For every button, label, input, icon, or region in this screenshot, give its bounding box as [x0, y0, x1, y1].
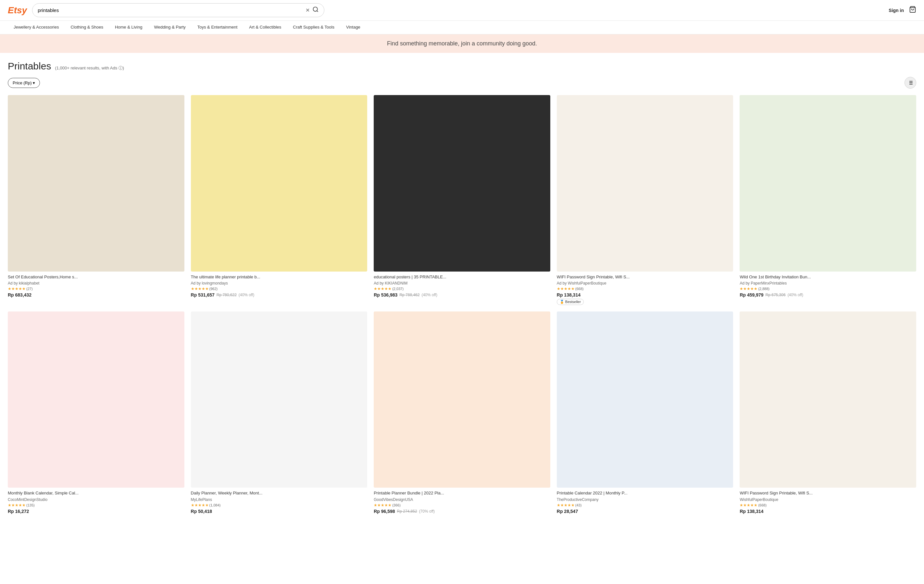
price-row: Rp 459,979Rp 675,306(40% off) [739, 292, 916, 298]
review-count: (668) [575, 287, 584, 291]
price: Rp 138,314 [557, 292, 581, 298]
product-image [191, 311, 368, 488]
main-content: Printables (1,000+ relevant results, wit… [0, 53, 924, 522]
product-shop: Ad by WishfulPaperBoutique [557, 281, 733, 286]
product-card[interactable]: WIFI Password Sign Printable, Wifi S...W… [739, 311, 916, 514]
product-card[interactable]: educational posters | 35 PRINTABLE...Ad … [374, 95, 550, 305]
product-title: Set Of Educational Posters,Home s... [8, 274, 185, 280]
star-icons: ★★★★★ [8, 286, 26, 291]
product-shop: WishfulPaperBoutique [739, 497, 916, 502]
price-row: Rp 50,418 [191, 509, 368, 514]
price-original: Rp 780,622 [216, 293, 237, 297]
filter-row: Price (Rp) ▾ [8, 77, 916, 89]
price-row: Rp 96,598Rp 274,852(70% off) [374, 509, 550, 514]
product-image [191, 95, 368, 271]
price-row: Rp 138,314 [557, 292, 733, 298]
price-row: Rp 138,314 [739, 509, 916, 514]
cart-icon[interactable] [909, 6, 916, 15]
product-stars: ★★★★★(27) [8, 286, 185, 291]
bestseller-badge: 🏅 Bestseller [557, 299, 584, 305]
price: Rp 138,314 [739, 509, 763, 514]
price: Rp 459,979 [739, 292, 763, 298]
product-grid: Set Of Educational Posters,Home s...Ad b… [8, 95, 916, 514]
product-stars: ★★★★★(366) [374, 503, 550, 507]
nav-clothing[interactable]: Clothing & Shoes [64, 21, 109, 34]
product-stars: ★★★★★(2,888) [739, 286, 916, 291]
banner-text: Find something memorable, join a communi… [387, 40, 537, 47]
price: Rp 96,598 [374, 509, 395, 514]
product-shop: Ad by PaperMinxPrintables [739, 281, 916, 286]
nav-vintage[interactable]: Vintage [340, 21, 366, 34]
product-title: Monthly Blank Calendar, Simple Cal... [8, 490, 185, 496]
sign-in-button[interactable]: Sign in [889, 8, 904, 13]
discount-label: (70% off) [419, 509, 435, 513]
product-card[interactable]: Monthly Blank Calendar, Simple Cal...Coc… [8, 311, 185, 514]
star-icons: ★★★★★ [739, 503, 757, 507]
price-row: Rp 683,432 [8, 292, 185, 298]
product-shop: TheProductiveCompany [557, 497, 733, 502]
product-title: educational posters | 35 PRINTABLE... [374, 274, 550, 280]
product-image [8, 311, 185, 488]
product-shop: GoodVibesDesignUSA [374, 497, 550, 502]
price-original: Rp 274,852 [397, 509, 417, 513]
price-original: Rp 788,462 [399, 293, 419, 297]
star-icons: ★★★★★ [374, 503, 391, 507]
discount-label: (40% off) [788, 293, 803, 297]
price: Rp 536,983 [374, 292, 398, 298]
discount-label: (40% off) [421, 293, 437, 297]
search-submit-icon[interactable] [312, 6, 319, 14]
product-shop: CocoMintDesignStudio [8, 497, 185, 502]
product-shop: Ad by lovingmondays [191, 281, 368, 286]
review-count: (1,084) [210, 503, 221, 507]
search-bar: ✕ [32, 3, 324, 17]
badge-row: 🏅 Bestseller [557, 299, 733, 305]
product-image [557, 311, 733, 488]
nav-home[interactable]: Home & Living [109, 21, 148, 34]
price-original: Rp 675,306 [766, 293, 786, 297]
product-card[interactable]: Printable Planner Bundle | 2022 Pla...Go… [374, 311, 550, 514]
sort-button[interactable] [904, 77, 916, 89]
nav-toys[interactable]: Toys & Entertainment [191, 21, 244, 34]
nav-jewellery[interactable]: Jewellery & Accessories [8, 21, 64, 34]
review-count: (27) [26, 287, 33, 291]
product-card[interactable]: WIFI Password Sign Printable, Wifi S...A… [557, 95, 733, 305]
page-title: Printables [8, 61, 51, 72]
product-image [374, 311, 550, 488]
product-card[interactable]: Wild One 1st Birthday Invitation Bun...A… [739, 95, 916, 305]
product-stars: ★★★★★(2,037) [374, 286, 550, 291]
product-title: Printable Planner Bundle | 2022 Pla... [374, 490, 550, 496]
product-card[interactable]: Daily Planner, Weekly Planner, Mont...My… [191, 311, 368, 514]
review-count: (962) [210, 287, 218, 291]
product-shop: Ad by kikialphabet [8, 281, 185, 286]
product-card[interactable]: Printable Calendar 2022 | Monthly P...Th… [557, 311, 733, 514]
review-count: (366) [392, 503, 401, 507]
price-filter-button[interactable]: Price (Rp) ▾ [8, 78, 40, 88]
product-stars: ★★★★★(135) [8, 503, 185, 507]
nav-art[interactable]: Art & Collectibles [243, 21, 287, 34]
header-right: Sign in [889, 6, 916, 15]
review-count: (668) [758, 503, 767, 507]
product-image [374, 95, 550, 271]
price-row: Rp 28,547 [557, 509, 733, 514]
product-card[interactable]: Set Of Educational Posters,Home s...Ad b… [8, 95, 185, 305]
star-icons: ★★★★★ [557, 286, 575, 291]
search-input[interactable] [38, 7, 303, 13]
page-title-row: Printables (1,000+ relevant results, wit… [8, 61, 916, 72]
product-title: Printable Calendar 2022 | Monthly P... [557, 490, 733, 496]
product-image [739, 95, 916, 271]
product-image [557, 95, 733, 271]
product-card[interactable]: The ultimate life planner printable b...… [191, 95, 368, 305]
product-stars: ★★★★★(962) [191, 286, 368, 291]
star-icons: ★★★★★ [374, 286, 391, 291]
nav-craft[interactable]: Craft Supplies & Tools [287, 21, 340, 34]
nav-wedding[interactable]: Wedding & Party [148, 21, 191, 34]
search-clear-icon[interactable]: ✕ [305, 7, 310, 13]
product-title: WIFI Password Sign Printable, Wifi S... [557, 274, 733, 280]
price-row: Rp 531,657Rp 780,622(40% off) [191, 292, 368, 298]
result-count: (1,000+ relevant results, with Ads ⓘ) [55, 65, 124, 71]
star-icons: ★★★★★ [557, 503, 575, 507]
review-count: (2,888) [758, 287, 769, 291]
product-title: Wild One 1st Birthday Invitation Bun... [739, 274, 916, 280]
price-row: Rp 536,983Rp 788,462(40% off) [374, 292, 550, 298]
etsy-logo[interactable]: Etsy [8, 5, 27, 16]
